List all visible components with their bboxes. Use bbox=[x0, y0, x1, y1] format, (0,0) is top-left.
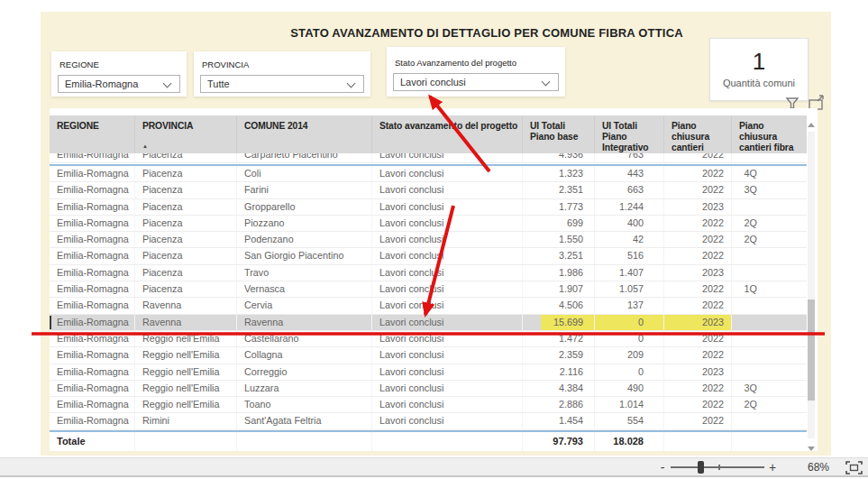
table-cell: Lavori conclusi bbox=[372, 298, 523, 313]
table-cell: Lavori conclusi bbox=[372, 331, 523, 346]
table-cell: 2Q bbox=[732, 216, 807, 231]
table-row[interactable]: Emilia-RomagnaPiacenzaVernascaLavori con… bbox=[50, 281, 807, 298]
table-scrollbar[interactable] bbox=[807, 119, 816, 451]
zoom-slider-tick bbox=[718, 465, 720, 470]
table-cell bbox=[732, 153, 807, 162]
kpi-value: 1 bbox=[710, 48, 808, 76]
table-row[interactable]: Emilia-RomagnaReggio nell'EmiliaCorreggi… bbox=[50, 364, 807, 381]
table-cell: Lavori conclusi bbox=[372, 166, 523, 181]
table-row[interactable]: Emilia-RomagnaPiacenzaColiLavori conclus… bbox=[50, 166, 807, 182]
table-cell: Sant'Agata Feltria bbox=[237, 413, 372, 428]
table-cell: Piacenza bbox=[135, 265, 237, 281]
table-cell: Lavori conclusi bbox=[372, 216, 523, 231]
table-cell bbox=[732, 199, 807, 215]
table-cell: Totale bbox=[50, 432, 135, 451]
table-cell: Emilia-Romagna bbox=[50, 248, 135, 263]
slicer-provincia-dropdown[interactable]: Tutte bbox=[200, 75, 364, 93]
column-header[interactable]: REGIONE bbox=[50, 115, 135, 153]
slicer-stato-dropdown[interactable]: Lavori conclusi bbox=[393, 73, 559, 91]
slicer-stato-label: Stato Avanzamento del progetto bbox=[395, 58, 559, 68]
table-cell: 0 bbox=[595, 364, 664, 380]
table-row[interactable]: Emilia-RomagnaRiminiSant'Agata FeltriaLa… bbox=[50, 413, 807, 429]
table-cell: Piacenza bbox=[135, 281, 237, 297]
scroll-up-icon[interactable] bbox=[808, 123, 815, 127]
table-cell: Correggio bbox=[237, 364, 372, 380]
column-header[interactable]: Piano chiusura cantieri fibra 2022 bbox=[732, 115, 807, 153]
table-cell: Farini bbox=[237, 182, 372, 198]
table-row[interactable]: Emilia-RomagnaRavennaCerviaLavori conclu… bbox=[50, 298, 807, 314]
fit-to-screen-icon[interactable] bbox=[845, 461, 863, 474]
table-cell bbox=[732, 298, 807, 313]
zoom-out-button[interactable]: - bbox=[656, 460, 669, 474]
table-cell: 1.986 bbox=[523, 265, 595, 281]
slicer-provincia-value: Tutte bbox=[207, 78, 230, 89]
table-cell: 1.014 bbox=[595, 397, 664, 412]
scrollbar-thumb[interactable] bbox=[808, 299, 815, 401]
table-row[interactable]: Emilia-RomagnaReggio nell'EmiliaLuzzaraL… bbox=[50, 381, 807, 397]
table-row[interactable]: Emilia-RomagnaPiacenzaPiozzanoLavori con… bbox=[50, 216, 807, 232]
table-cell: 2022 bbox=[664, 248, 732, 263]
table-cell: Emilia-Romagna bbox=[50, 153, 135, 162]
table-row[interactable]: Emilia-RomagnaReggio nell'EmiliaCollagna… bbox=[50, 347, 807, 364]
table-cell: Piacenza bbox=[135, 248, 237, 263]
table-cell: Lavori conclusi bbox=[372, 347, 523, 363]
table-cell: Emilia-Romagna bbox=[50, 298, 135, 313]
table-cell: 2022 bbox=[664, 281, 732, 297]
table-row[interactable]: Emilia-RomagnaPiacenzaSan Giorgio Piacen… bbox=[50, 248, 807, 264]
table-cell: Carpaneto Piacentino bbox=[237, 153, 372, 162]
table-cell: 2.886 bbox=[523, 397, 595, 412]
table-cell: 1.773 bbox=[523, 199, 595, 215]
table-cell: 516 bbox=[595, 248, 664, 263]
table-cell: 2Q bbox=[732, 397, 807, 412]
table-cell: 554 bbox=[595, 413, 664, 428]
table-cell: 2022 bbox=[664, 381, 732, 396]
table-cell: 137 bbox=[595, 298, 664, 313]
table-cell: 15.699 bbox=[523, 315, 595, 330]
table-cell: Cervia bbox=[237, 298, 372, 313]
table-cell: 2022 bbox=[664, 413, 732, 428]
table-row[interactable]: Emilia-RomagnaReggio nell'EmiliaToanoLav… bbox=[50, 397, 807, 413]
table-cell: Travo bbox=[237, 265, 372, 281]
table-cell: Lavori conclusi bbox=[372, 364, 523, 380]
table-cell: 1.472 bbox=[523, 331, 595, 346]
column-header[interactable]: Piano chiusura cantieri fibra bbox=[664, 115, 732, 153]
column-header[interactable]: UI Totali Piano base bbox=[523, 115, 595, 153]
table-cell: Lavori conclusi bbox=[372, 413, 523, 428]
column-header[interactable]: Stato avanzamento del progetto bbox=[372, 115, 523, 153]
table-cell: 42 bbox=[595, 232, 664, 247]
table-cell: Lavori conclusi bbox=[372, 381, 523, 396]
column-header[interactable]: UI Totali Piano Integrativo bbox=[595, 115, 664, 153]
table-cell: Ravenna bbox=[135, 315, 237, 330]
table-cell: 4.506 bbox=[523, 298, 595, 313]
table-cell: Coli bbox=[237, 166, 372, 181]
zoom-slider-handle[interactable] bbox=[698, 461, 704, 474]
table-cell: Podenzano bbox=[237, 232, 372, 247]
scroll-down-icon[interactable] bbox=[808, 447, 815, 451]
table-cell: 3Q bbox=[732, 182, 807, 198]
table-cell: 2.116 bbox=[523, 364, 595, 380]
table-cell: 2023 bbox=[664, 364, 732, 380]
table-cell: 2022 bbox=[664, 397, 732, 412]
slicer-regione-dropdown[interactable]: Emilia-Romagna bbox=[58, 75, 180, 93]
table-cell: San Giorgio Piacentino bbox=[237, 248, 372, 263]
table-cell: Ravenna bbox=[237, 315, 372, 330]
zoom-in-button[interactable]: + bbox=[766, 460, 779, 474]
zoom-slider[interactable] bbox=[671, 466, 764, 468]
table-cell: 0 bbox=[595, 331, 664, 346]
table-row[interactable]: Emilia-RomagnaRavennaRavennaLavori concl… bbox=[50, 315, 807, 331]
table-row[interactable]: Emilia-RomagnaReggio nell'EmiliaCastella… bbox=[50, 331, 807, 347]
table-cell bbox=[372, 432, 523, 451]
table-row[interactable]: Emilia-RomagnaPiacenzaFariniLavori concl… bbox=[50, 182, 807, 198]
table-cell: 1.454 bbox=[523, 413, 595, 428]
table-cell: 400 bbox=[595, 216, 664, 231]
table-cell: Lavori conclusi bbox=[372, 153, 523, 162]
table-row[interactable]: Emilia-RomagnaPiacenzaGropparelloLavori … bbox=[50, 199, 807, 216]
table-cell bbox=[732, 364, 807, 380]
slicer-stato-avanzamento: Stato Avanzamento del progetto Lavori co… bbox=[387, 47, 565, 97]
zoom-level: 68% bbox=[799, 461, 829, 474]
column-header[interactable]: PROVINCIA▲ bbox=[135, 115, 237, 153]
table-cell: Luzzara bbox=[237, 381, 372, 396]
table-row[interactable]: Emilia-RomagnaPiacenzaTravoLavori conclu… bbox=[50, 265, 807, 281]
table-row[interactable]: Emilia-RomagnaPiacenzaPodenzanoLavori co… bbox=[50, 232, 807, 248]
column-header[interactable]: COMUNE 2014 bbox=[237, 115, 372, 153]
